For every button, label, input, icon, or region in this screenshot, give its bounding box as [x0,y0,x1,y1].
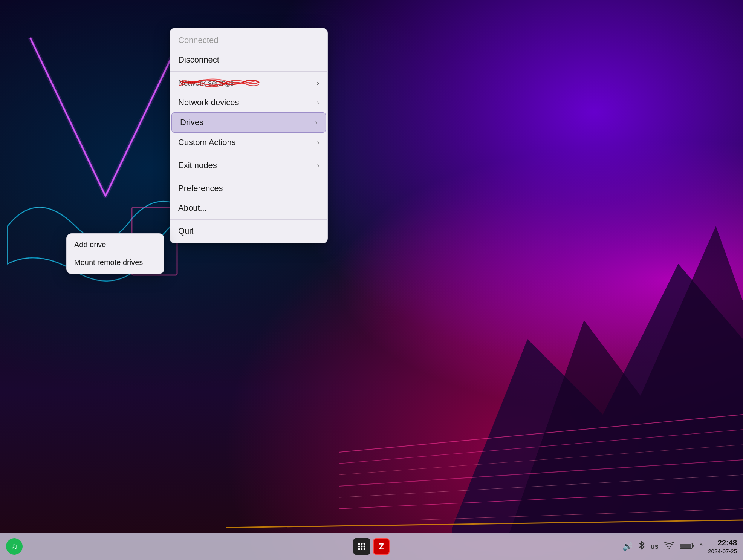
wifi-symbol [664,542,674,550]
menu-item-network-devices[interactable]: Network devices › [170,93,327,112]
submenu-item-add-drive[interactable]: Add drive [67,236,164,254]
z-label: Z [379,542,384,551]
divider-4 [170,219,327,220]
bluetooth-symbol [638,541,645,550]
svg-rect-23 [680,544,691,548]
divider-1 [170,71,327,72]
volume-icon[interactable]: 🔊 [622,542,633,551]
menu-label-connected: Connected [178,35,218,45]
bluetooth-icon[interactable] [638,541,645,552]
context-menu: Connected Disconnect Network settings › [170,28,328,243]
taskbar-system-tray: 🔊 us [622,538,737,555]
menu-label-quit: Quit [178,226,193,236]
menu-item-custom-actions[interactable]: Custom Actions › [170,133,327,152]
menu-label-about: About... [178,203,207,213]
chevron-custom-actions: › [317,139,319,147]
menu-label-custom-actions: Custom Actions [178,138,236,147]
svg-point-18 [358,548,360,550]
background-art [0,0,743,560]
taskbar-datetime[interactable]: 22:48 2024-07-25 [708,538,737,555]
svg-point-12 [358,543,360,545]
taskbar-spotify-icon[interactable]: ♫ [6,538,23,555]
spotify-symbol: ♫ [11,542,18,551]
taskbar-z-button[interactable]: Z [373,538,390,555]
menu-item-quit[interactable]: Quit [170,221,327,241]
svg-point-19 [361,548,363,550]
svg-point-20 [364,548,365,550]
svg-point-15 [358,546,360,548]
redacted-scribble: Network settings [178,78,261,88]
taskbar-center-icons: Z [353,538,390,555]
menu-label-exit-nodes: Exit nodes [178,161,217,170]
grid-icon [358,542,366,551]
menu-label-drives: Drives [180,118,203,127]
tray-chevron-icon[interactable]: ^ [699,542,703,551]
menu-item-drives[interactable]: Drives › Add drive Mount remote drives [171,112,326,133]
submenu-item-mount-remote[interactable]: Mount remote drives [67,254,164,271]
chevron-exit-nodes: › [317,162,319,170]
battery-symbol [680,542,694,549]
divider-3 [170,177,327,177]
menu-item-connected: Connected [170,31,327,50]
taskbar-grid-button[interactable] [353,538,370,555]
menu-item-disconnect[interactable]: Disconnect [170,50,327,70]
svg-point-16 [361,546,363,548]
redacted-label: Network settings [178,78,261,88]
submenu-label-add-drive: Add drive [74,240,106,249]
menu-item-about[interactable]: About... [170,198,327,218]
language-indicator[interactable]: us [651,543,659,551]
chevron-drives: › [315,119,317,127]
menu-label-preferences: Preferences [178,184,223,193]
chevron-network-devices: › [317,99,319,107]
wifi-icon[interactable] [664,542,674,552]
drives-submenu: Add drive Mount remote drives [66,233,164,274]
svg-point-17 [364,546,365,548]
taskbar: ♫ Z [0,533,743,560]
menu-item-network-settings[interactable]: Network settings › [170,73,327,93]
taskbar-time-display: 22:48 [708,538,737,548]
taskbar-date-display: 2024-07-25 [708,548,737,555]
chevron-network-settings: › [317,79,319,87]
menu-label-disconnect: Disconnect [178,55,219,65]
svg-point-14 [364,543,365,545]
desktop: Connected Disconnect Network settings › [0,0,743,560]
svg-point-13 [361,543,363,545]
divider-2 [170,154,327,154]
menu-item-exit-nodes[interactable]: Exit nodes › [170,156,327,175]
menu-label-network-devices: Network devices [178,98,239,107]
menu-item-preferences[interactable]: Preferences [170,179,327,198]
submenu-label-mount-remote: Mount remote drives [74,258,143,267]
battery-icon[interactable] [680,542,694,551]
svg-rect-22 [692,545,694,547]
